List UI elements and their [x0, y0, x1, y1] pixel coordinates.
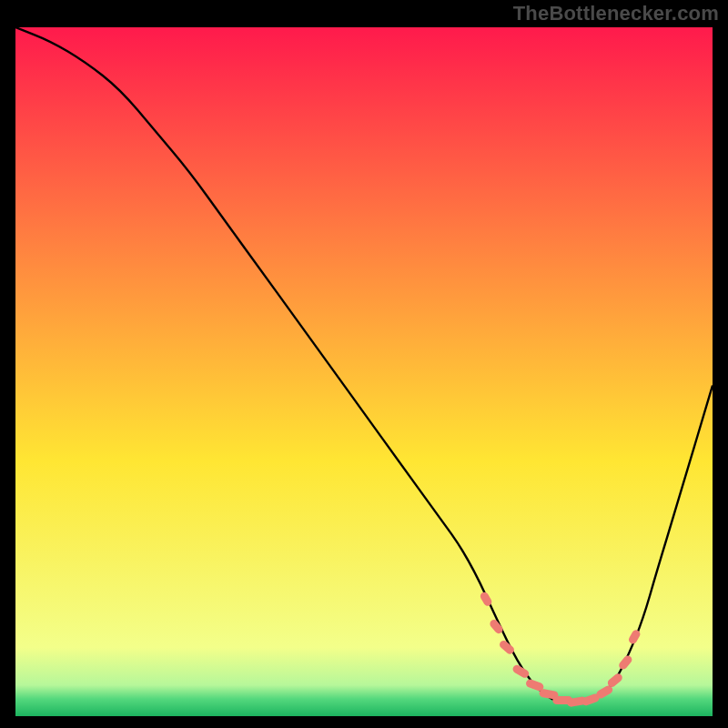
chart-frame: TheBottlenecker.com	[0, 0, 728, 728]
bottleneck-chart	[15, 27, 713, 716]
gradient-background	[15, 27, 713, 716]
attribution-label: TheBottlenecker.com	[513, 2, 719, 25]
plot-area	[15, 27, 713, 716]
